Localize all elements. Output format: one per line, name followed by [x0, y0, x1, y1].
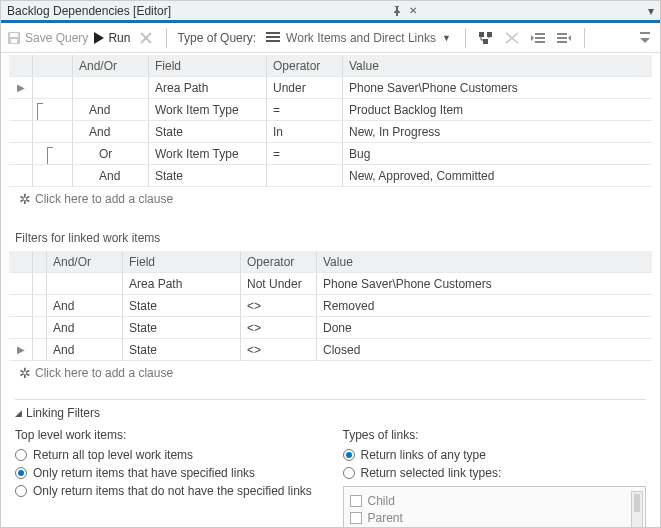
play-icon: [94, 32, 104, 44]
cell-field[interactable]: Area Path: [149, 77, 267, 99]
row-handle[interactable]: [9, 99, 33, 121]
link-type-item[interactable]: Child: [350, 494, 640, 508]
col-value[interactable]: Value: [343, 55, 652, 77]
bracket-cell: [33, 339, 47, 361]
radio-icon: [15, 485, 27, 497]
cell-field[interactable]: State: [149, 165, 267, 187]
clause-row[interactable]: AndStateInNew, In Progress: [9, 121, 652, 143]
cell-field[interactable]: Work Item Type: [149, 143, 267, 165]
cell-andor[interactable]: And: [47, 317, 123, 339]
row-handle[interactable]: ▶: [9, 77, 33, 99]
clause-row[interactable]: OrWork Item Type=Bug: [9, 143, 652, 165]
cell-andor[interactable]: [73, 77, 149, 99]
clause-row[interactable]: AndState<>Removed: [9, 295, 652, 317]
run-button[interactable]: Run: [94, 31, 130, 45]
col-andor[interactable]: And/Or: [73, 55, 149, 77]
radio-option[interactable]: Only return items that have specified li…: [15, 466, 319, 480]
cell-andor[interactable]: And: [47, 295, 123, 317]
cell-andor[interactable]: And: [73, 99, 149, 121]
cell-value[interactable]: Closed: [317, 339, 652, 361]
close-icon[interactable]: ✕: [405, 5, 421, 16]
row-handle[interactable]: ▶: [9, 339, 33, 361]
col-field[interactable]: Field: [149, 55, 267, 77]
svg-rect-4: [266, 36, 280, 38]
add-clause-row[interactable]: ✲Click here to add a clause: [9, 187, 652, 211]
top-level-items-heading: Top level work items:: [15, 428, 319, 442]
cell-value[interactable]: Done: [317, 317, 652, 339]
query-type-icon: [266, 32, 280, 44]
cell-andor[interactable]: Or: [73, 143, 149, 165]
cell-value[interactable]: Phone Saver\Phone Customers: [343, 77, 652, 99]
cell-andor[interactable]: And: [73, 165, 149, 187]
svg-rect-7: [487, 32, 492, 37]
scrollbar[interactable]: [631, 491, 643, 528]
radio-option[interactable]: Only return items that do not have the s…: [15, 484, 319, 498]
cell-andor[interactable]: [47, 273, 123, 295]
clause-row[interactable]: AndState<>Done: [9, 317, 652, 339]
radio-option[interactable]: Return selected link types:: [343, 466, 647, 480]
cell-value[interactable]: Removed: [317, 295, 652, 317]
row-handle[interactable]: [9, 165, 33, 187]
cell-value[interactable]: New, Approved, Committed: [343, 165, 652, 187]
row-handle[interactable]: [9, 121, 33, 143]
col-field[interactable]: Field: [123, 251, 241, 273]
cell-andor[interactable]: And: [47, 339, 123, 361]
link-types-listbox[interactable]: ChildParent: [343, 486, 647, 528]
cell-operator[interactable]: Under: [267, 77, 343, 99]
cell-operator[interactable]: =: [267, 99, 343, 121]
cell-operator[interactable]: <>: [241, 317, 317, 339]
indent-right-icon[interactable]: [554, 28, 574, 48]
cell-field[interactable]: State: [123, 339, 241, 361]
cell-field[interactable]: State: [123, 295, 241, 317]
cell-value[interactable]: Bug: [343, 143, 652, 165]
link-type-label: Child: [368, 494, 395, 508]
pin-icon[interactable]: [389, 6, 405, 16]
svg-rect-5: [266, 40, 280, 42]
clause-row[interactable]: ▶AndState<>Closed: [9, 339, 652, 361]
cell-field[interactable]: Area Path: [123, 273, 241, 295]
row-handle[interactable]: [9, 273, 33, 295]
row-handle[interactable]: [9, 143, 33, 165]
cell-value[interactable]: Phone Saver\Phone Customers: [317, 273, 652, 295]
row-handle[interactable]: [9, 295, 33, 317]
cell-value[interactable]: Product Backlog Item: [343, 99, 652, 121]
cell-operator[interactable]: <>: [241, 339, 317, 361]
clause-row[interactable]: ▶Area PathUnderPhone Saver\Phone Custome…: [9, 77, 652, 99]
radio-option[interactable]: Return links of any type: [343, 448, 647, 462]
grid-header: And/OrFieldOperatorValue: [9, 251, 652, 273]
col-operator[interactable]: Operator: [267, 55, 343, 77]
col-operator[interactable]: Operator: [241, 251, 317, 273]
row-handle[interactable]: [9, 317, 33, 339]
save-query-label: Save Query: [25, 31, 88, 45]
toolbar-overflow-icon[interactable]: [636, 32, 654, 44]
cell-andor[interactable]: And: [73, 121, 149, 143]
cell-operator[interactable]: =: [267, 143, 343, 165]
cell-field[interactable]: State: [149, 121, 267, 143]
window-menu-icon[interactable]: ▾: [638, 4, 654, 18]
cell-operator[interactable]: <>: [241, 295, 317, 317]
link-type-item[interactable]: Parent: [350, 511, 640, 525]
clause-row[interactable]: AndStateNew, Approved, Committed: [9, 165, 652, 187]
radio-option[interactable]: Return all top level work items: [15, 448, 319, 462]
linking-filters-header[interactable]: ◢ Linking Filters: [15, 406, 646, 420]
cell-operator[interactable]: Not Under: [241, 273, 317, 295]
cell-operator[interactable]: In: [267, 121, 343, 143]
radio-label: Only return items that do not have the s…: [33, 484, 312, 498]
cell-field[interactable]: State: [123, 317, 241, 339]
add-clause-row[interactable]: ✲Click here to add a clause: [9, 361, 652, 385]
clause-row[interactable]: Area PathNot UnderPhone Saver\Phone Cust…: [9, 273, 652, 295]
radio-label: Return all top level work items: [33, 448, 193, 462]
radio-icon: [343, 467, 355, 479]
indent-left-icon[interactable]: [528, 28, 548, 48]
query-type-select[interactable]: Work Items and Direct Links ▼: [262, 29, 455, 47]
radio-label: Return links of any type: [361, 448, 486, 462]
cell-field[interactable]: Work Item Type: [149, 99, 267, 121]
col-value[interactable]: Value: [317, 251, 652, 273]
tree-icon[interactable]: [476, 28, 496, 48]
bracket-cell: [33, 317, 47, 339]
svg-rect-14: [557, 41, 567, 43]
col-andor[interactable]: And/Or: [47, 251, 123, 273]
cell-value[interactable]: New, In Progress: [343, 121, 652, 143]
cell-operator[interactable]: [267, 165, 343, 187]
clause-row[interactable]: AndWork Item Type=Product Backlog Item: [9, 99, 652, 121]
